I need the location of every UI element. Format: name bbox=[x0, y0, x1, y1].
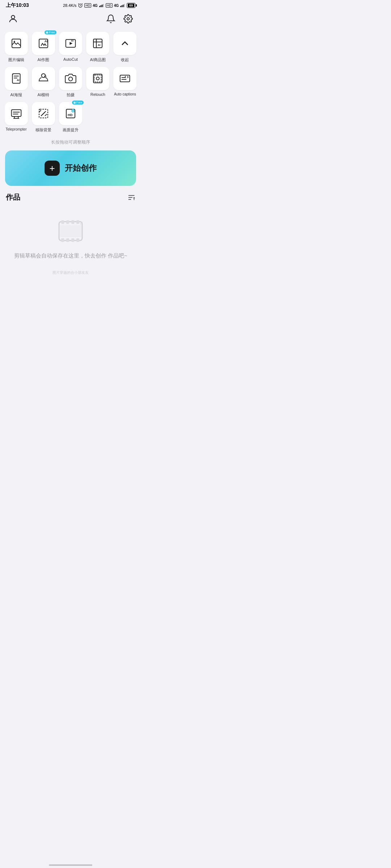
svg-rect-58 bbox=[71, 238, 74, 242]
svg-point-9 bbox=[11, 16, 14, 19]
tool-ai-model-icon-box: AI bbox=[32, 67, 55, 90]
tool-enhance-icon-box: Free HD bbox=[59, 102, 82, 125]
start-create-button[interactable]: + 开始创作 bbox=[5, 150, 136, 186]
alarm-icon bbox=[78, 3, 83, 8]
sort-edit-icon bbox=[127, 193, 135, 201]
works-sort-button[interactable] bbox=[127, 193, 135, 201]
tool-remove-bg[interactable]: 移除背景 bbox=[31, 102, 55, 133]
ai-product-icon: AI bbox=[92, 38, 104, 49]
gear-icon bbox=[123, 14, 133, 24]
tool-retouch-icon-box bbox=[86, 67, 109, 90]
tool-ai-draw-icon-box: Free AI bbox=[32, 32, 55, 55]
svg-point-12 bbox=[13, 41, 15, 42]
works-title: 作品 bbox=[6, 192, 20, 202]
captions-icon bbox=[119, 73, 131, 84]
empty-text: 剪辑草稿会自动保存在这里，快去创作 作品吧~ bbox=[14, 251, 127, 260]
svg-rect-51 bbox=[59, 225, 82, 237]
svg-rect-57 bbox=[66, 238, 69, 242]
battery-level: 69 bbox=[128, 4, 134, 7]
tool-ai-product-icon-box: AI bbox=[86, 32, 109, 55]
tool-ai-poster[interactable]: AI + AI海报 bbox=[4, 67, 28, 98]
tool-image-edit-icon-box bbox=[5, 32, 28, 55]
battery-icon: 69 bbox=[127, 3, 135, 8]
enhance-badge: Free bbox=[72, 101, 84, 105]
status-right: 28.4K/s HD 4G HD 4G 69 bbox=[63, 3, 135, 8]
tool-ai-draw-label: AI作图 bbox=[38, 57, 49, 63]
tool-ai-product[interactable]: AI AI商品图 bbox=[86, 32, 110, 63]
svg-rect-55 bbox=[76, 220, 79, 224]
tool-retouch[interactable]: Retouch bbox=[86, 67, 110, 98]
tool-ai-model[interactable]: AI AI模特 bbox=[31, 67, 55, 98]
svg-point-26 bbox=[69, 77, 73, 81]
tool-auto-captions[interactable]: Auto captions bbox=[113, 67, 137, 98]
status-time: 上午10:03 bbox=[6, 2, 29, 9]
tool-teleprompter-label: Teleprompter bbox=[5, 127, 26, 131]
tool-auto-captions-icon-box bbox=[113, 67, 136, 90]
tool-ai-poster-label: AI海报 bbox=[10, 92, 22, 98]
image-edit-icon bbox=[10, 38, 22, 49]
profile-button[interactable] bbox=[7, 13, 19, 25]
tool-autocut-label: AutoCut bbox=[63, 57, 78, 61]
hd-badge-1: HD bbox=[84, 3, 91, 8]
tool-teleprompter[interactable]: Teleprompter bbox=[4, 102, 28, 133]
tool-image-edit[interactable]: 图片编辑 bbox=[4, 32, 28, 63]
tool-grid-row2: AI + AI海报 AI AI模特 拍摄 bbox=[0, 65, 141, 101]
ai-draw-badge: Free bbox=[45, 30, 56, 34]
ai-draw-icon: AI bbox=[38, 38, 49, 49]
svg-rect-33 bbox=[11, 110, 21, 116]
signal-icon-2 bbox=[120, 4, 125, 7]
4g-signal-2: 4G bbox=[114, 4, 119, 8]
ai-poster-icon: AI + bbox=[10, 73, 22, 84]
svg-rect-6 bbox=[122, 5, 122, 7]
battery-tip bbox=[136, 4, 137, 7]
svg-text:AI: AI bbox=[44, 39, 47, 43]
tool-ai-draw[interactable]: Free AI AI作图 bbox=[31, 32, 55, 63]
svg-rect-30 bbox=[120, 75, 130, 82]
notification-button[interactable] bbox=[105, 13, 117, 25]
film-empty-icon bbox=[56, 217, 85, 246]
svg-text:HD: HD bbox=[68, 113, 73, 117]
svg-rect-4 bbox=[103, 4, 104, 7]
tool-autocut[interactable]: AI AutoCut bbox=[59, 32, 82, 63]
tool-photo[interactable]: 拍摄 bbox=[59, 67, 82, 98]
svg-point-29 bbox=[96, 77, 99, 80]
svg-rect-59 bbox=[76, 238, 79, 242]
svg-text:AI: AI bbox=[17, 78, 19, 82]
tool-ai-poster-icon-box: AI + bbox=[5, 67, 28, 90]
tool-auto-captions-label: Auto captions bbox=[114, 92, 136, 96]
svg-point-10 bbox=[127, 18, 130, 20]
tool-autocut-icon-box: AI bbox=[59, 32, 82, 55]
retouch-icon bbox=[92, 73, 104, 84]
start-plus-icon: + bbox=[45, 161, 60, 176]
svg-text:AI: AI bbox=[71, 39, 73, 42]
tool-collapse-label: 收起 bbox=[121, 57, 129, 63]
svg-rect-1 bbox=[99, 6, 100, 7]
tool-photo-label: 拍摄 bbox=[67, 92, 75, 98]
tool-enhance[interactable]: Free HD 画质提升 bbox=[59, 102, 82, 133]
tool-remove-bg-icon-box bbox=[32, 102, 55, 125]
camera-icon bbox=[65, 73, 76, 84]
svg-text:+: + bbox=[12, 73, 13, 75]
tool-remove-bg-label: 移除背景 bbox=[35, 127, 51, 133]
tool-collapse[interactable]: 收起 bbox=[113, 32, 137, 63]
tool-ai-product-label: AI商品图 bbox=[90, 57, 105, 63]
ai-model-icon: AI bbox=[38, 73, 49, 84]
empty-state: 剪辑草稿会自动保存在这里，快去创作 作品吧~ bbox=[0, 206, 141, 267]
svg-rect-5 bbox=[120, 6, 121, 7]
settings-button[interactable] bbox=[122, 13, 134, 25]
drag-hint: 长按拖动可调整顺序 bbox=[0, 136, 141, 150]
tool-ai-model-label: AI模特 bbox=[38, 92, 49, 98]
network-speed: 28.4K/s bbox=[63, 3, 76, 8]
tool-teleprompter-icon-box bbox=[5, 102, 28, 125]
person-icon bbox=[8, 14, 18, 24]
svg-rect-52 bbox=[61, 220, 64, 224]
works-header: 作品 bbox=[0, 186, 141, 206]
tool-grid-row3: Teleprompter 移除背景 Free HD 画质提升 bbox=[0, 101, 141, 136]
enhance-icon: HD bbox=[65, 108, 76, 119]
status-bar: 上午10:03 28.4K/s HD 4G HD 4G 69 bbox=[0, 0, 141, 10]
svg-rect-2 bbox=[100, 5, 101, 7]
hd-badge-2: HD bbox=[106, 3, 113, 8]
svg-rect-53 bbox=[66, 220, 69, 224]
svg-rect-28 bbox=[94, 75, 101, 82]
bell-icon bbox=[106, 14, 115, 24]
